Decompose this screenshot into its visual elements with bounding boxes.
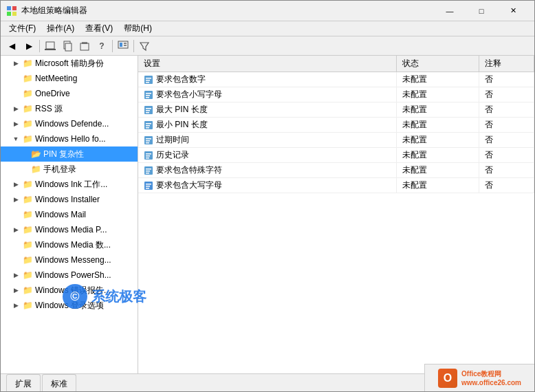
svg-rect-26 [146,112,149,113]
setting-status: 未配置 [397,102,479,118]
svg-rect-7 [65,43,72,51]
expand-icon-pin [20,150,28,158]
up-button[interactable] [42,39,58,54]
sidebar-label-winmessenger: Windows Messeng... [35,255,111,265]
sidebar-item-winlogin[interactable]: ▶ 📁 Windows 登录选项 [1,298,138,313]
svg-rect-24 [146,108,151,109]
back-button[interactable]: ◀ [3,39,20,54]
svg-rect-22 [146,97,149,98]
menu-bar: 文件(F) 操作(A) 查看(V) 帮助(H) [1,21,534,36]
table-row[interactable]: 最小 PIN 长度未配置否 [138,118,534,133]
policy-icon [144,105,153,115]
table-row[interactable]: 要求包含特殊字符未配置否 [138,163,534,178]
svg-rect-38 [146,157,149,159]
sidebar-item-microsoft[interactable]: ▶ 📁 Microsoft 辅助身份 [1,56,138,71]
setting-status: 未配置 [397,163,479,178]
col-header-status: 状态 [397,56,479,72]
sidebar-item-winerror[interactable]: ▶ 📁 Windows 错误报告... [1,283,138,298]
svg-rect-44 [146,184,151,185]
sidebar-item-winmediad[interactable]: 📁 Windows Media 数... [1,237,138,252]
sidebar-label-winmediap: Windows Media P... [35,225,107,235]
col-header-note: 注释 [479,56,534,72]
sidebar-label-rss: RSS 源 [35,103,63,115]
setting-note: 否 [479,102,534,118]
svg-rect-3 [12,12,17,16]
svg-rect-21 [146,95,150,96]
menu-file[interactable]: 文件(F) [3,21,41,36]
folder-icon-winmessenger: 📁 [22,254,33,265]
minimize-button[interactable]: — [434,1,466,21]
sidebar-label-wininstaller: Windows Installer [35,195,100,204]
svg-rect-45 [146,186,150,187]
folder-icon-winmediad: 📁 [22,239,33,250]
setting-name-text: 要求包含大写字母 [156,179,222,191]
setting-status: 未配置 [397,87,479,102]
folder-icon-netmeeting: 📁 [22,73,33,84]
sidebar-item-wininstaller[interactable]: ▶ 📁 Windows Installer [1,192,138,207]
app-icon [6,6,17,17]
folder-icon-rss: 📁 [22,103,33,114]
svg-rect-36 [146,153,151,155]
help-button[interactable]: ? [94,39,110,54]
tab-expand[interactable]: 扩展 [6,374,41,392]
sidebar-item-phone[interactable]: 📁 手机登录 [1,162,138,177]
export-button[interactable] [115,39,131,54]
office-icon: O [438,369,457,388]
folder-icon-winpowershell: 📁 [22,270,33,281]
policy-icon [144,120,153,130]
close-button[interactable]: ✕ [497,1,529,21]
svg-rect-29 [146,125,150,127]
sidebar-item-winink[interactable]: ▶ 📁 Windows Ink 工作... [1,177,138,192]
expand-icon-winmediad [12,241,20,249]
policy-icon [144,135,153,145]
menu-help[interactable]: 帮助(H) [118,21,157,36]
forward-button[interactable]: ▶ [21,39,37,54]
folder-icon-wininstaller: 📁 [22,194,33,205]
setting-note: 否 [479,72,534,87]
paste-button[interactable] [76,39,93,54]
table-row[interactable]: 要求包含小写字母未配置否 [138,87,534,102]
tab-standard[interactable]: 标准 [42,374,76,392]
folder-icon-winmail: 📁 [22,209,33,220]
settings-table: 设置 状态 注释 要求包含数字未配置否要求包含小写字母未配置否最大 PIN 长度… [138,56,534,193]
svg-rect-4 [46,42,54,49]
svg-rect-17 [146,80,150,81]
setting-status: 未配置 [397,118,479,133]
folder-icon-windefender: 📁 [22,118,33,129]
copy-button[interactable] [59,39,76,54]
sidebar-tree: ▶ 📁 Microsoft 辅助身份 📁 NetMeeting 📁 OneDri… [1,56,138,373]
status-tabs: 扩展 标准 [6,374,78,392]
sidebar-item-netmeeting[interactable]: 📁 NetMeeting [1,71,138,86]
sidebar-item-windefender[interactable]: ▶ 📁 Windows Defende... [1,116,138,131]
svg-rect-28 [146,123,151,124]
sidebar-item-winhello[interactable]: ▼ 📁 Windows Hello fo... [1,131,138,146]
sidebar-item-rss[interactable]: ▶ 📁 RSS 源 [1,101,138,116]
folder-icon-winink: 📁 [22,179,33,190]
table-row[interactable]: 历史记录未配置否 [138,148,534,163]
col-header-setting: 设置 [138,56,397,72]
sidebar-item-pin[interactable]: 📂 PIN 复杂性 [1,146,138,162]
expand-icon-winink: ▶ [12,180,20,188]
filter-button[interactable] [136,39,153,54]
table-row[interactable]: 过期时间未配置否 [138,133,534,148]
sidebar-label-netmeeting: NetMeeting [35,74,77,83]
sidebar-item-winmail[interactable]: 📁 Windows Mail [1,207,138,222]
setting-note: 否 [479,163,534,178]
svg-rect-16 [146,78,151,79]
sidebar-item-winmediap[interactable]: ▶ 📁 Windows Media P... [1,222,138,237]
table-row[interactable]: 要求包含数字未配置否 [138,72,534,87]
folder-icon-phone: 📁 [30,164,41,175]
svg-rect-11 [120,43,122,47]
sidebar-item-onedrive[interactable]: 📁 OneDrive [1,86,138,101]
table-row[interactable]: 要求包含大写字母未配置否 [138,178,534,193]
svg-rect-9 [80,43,89,50]
menu-view[interactable]: 查看(V) [80,21,118,36]
maximize-button[interactable]: □ [466,1,497,21]
table-row[interactable]: 最大 PIN 长度未配置否 [138,102,534,118]
expand-icon-microsoft: ▶ [12,59,20,67]
sidebar-item-winpowershell[interactable]: ▶ 📁 Windows PowerSh... [1,268,138,283]
sidebar-item-winmessenger[interactable]: 📁 Windows Messeng... [1,252,138,268]
menu-action[interactable]: 操作(A) [41,21,80,36]
expand-icon-winerror: ▶ [12,286,20,294]
sidebar-label-winink: Windows Ink 工作... [35,179,107,190]
